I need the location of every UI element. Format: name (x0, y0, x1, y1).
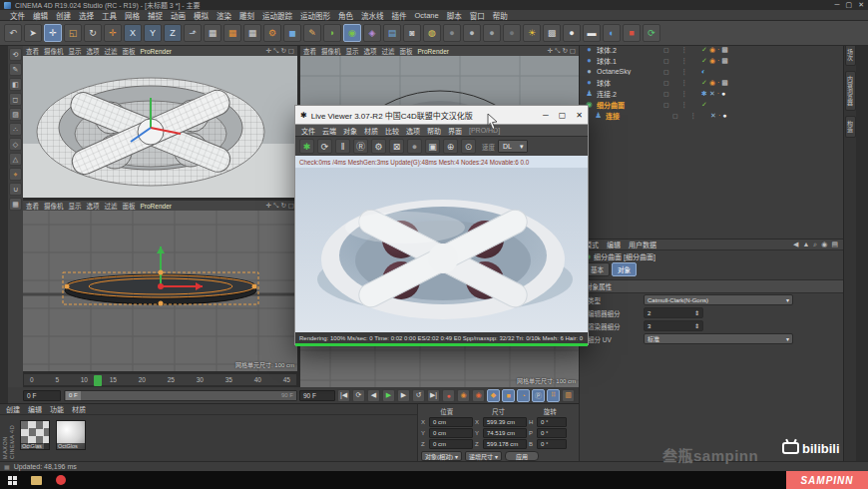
viewport-menu-item[interactable]: 选项 (364, 46, 377, 56)
live-viewer-tool-icon[interactable]: ⊠ (389, 139, 404, 154)
live-viewer-tool-icon[interactable]: ▣ (425, 139, 440, 154)
object-tag-icon[interactable]: · (717, 57, 719, 65)
viewport-menu-item[interactable]: 面板 (123, 46, 136, 56)
viewport-menu-item[interactable]: 查看 (26, 201, 39, 211)
render-mode-dropdown[interactable]: DL ▾ (498, 140, 528, 153)
toolbar-icon[interactable]: ↻ (84, 24, 102, 42)
viewport-menu-item[interactable]: 面板 (400, 46, 413, 56)
transport-button[interactable]: ◔ (517, 389, 530, 402)
object-tag-icon[interactable]: · (718, 112, 720, 120)
material-thumbnail[interactable]: OctGlos (56, 420, 86, 450)
viewport-menu-prorender[interactable]: ProRender (141, 48, 172, 55)
object-tag-icon[interactable]: ◉ (709, 57, 715, 65)
attribute-tool-icon[interactable]: ◀ (793, 241, 798, 248)
visibility-dots-icon[interactable]: ┊ (682, 46, 698, 53)
object-tag-icon[interactable]: ✓ (701, 57, 707, 65)
viewport-menu-item[interactable]: 显示 (69, 201, 82, 211)
menu-item[interactable]: 编辑 (29, 10, 52, 21)
menu-item[interactable]: 窗口 (466, 10, 489, 21)
transport-button[interactable]: ◀ (367, 389, 380, 402)
object-tag-icon[interactable]: ✓ (701, 79, 707, 87)
object-enable-checkbox[interactable]: ▢ (663, 79, 679, 86)
object-tag-icon[interactable]: ✕ (709, 90, 715, 98)
menu-item[interactable]: 渲染 (213, 10, 235, 21)
viewport-nav-icon[interactable]: ▢ (288, 47, 294, 55)
position-input[interactable]: 0 cm (429, 417, 473, 427)
viewport-nav-icon[interactable]: ✛ (548, 47, 553, 55)
viewport-menu-item[interactable]: 查看 (303, 46, 316, 56)
attribute-tool-icon[interactable]: ◉ (821, 241, 827, 248)
transport-button[interactable]: ▶ (397, 389, 410, 402)
toolbar-icon[interactable]: ◈ (363, 24, 381, 42)
toolbar-icon[interactable]: ↶ (4, 24, 22, 42)
viewport-nav-icon[interactable]: ↻ (280, 202, 285, 210)
menu-item[interactable]: 流水线 (357, 10, 388, 21)
live-viewer-menu-item[interactable]: 比较 (385, 126, 399, 136)
viewport-front[interactable]: 查看摄像机显示选项过滤面板 ProRender ✛⤡↻▢ (23, 201, 297, 371)
toolbar-icon[interactable]: ⬏ (184, 24, 202, 42)
viewport-menu-item[interactable]: 显示 (69, 46, 82, 56)
object-name[interactable]: 连接.2 (597, 89, 660, 99)
object-tag-icon[interactable]: ◉ (709, 46, 715, 54)
object-enable-checkbox[interactable]: ▢ (663, 57, 679, 64)
live-viewer-render-area[interactable] (295, 168, 588, 332)
object-enable-checkbox[interactable]: ▢ (672, 112, 688, 119)
menu-item[interactable]: 运动跟踪 (258, 10, 296, 21)
toolbar-icon[interactable]: ✛ (44, 24, 62, 42)
attribute-field-input[interactable]: 标准 ▾ (644, 333, 793, 344)
mode-tool-icon[interactable]: ▦ (9, 198, 22, 211)
live-viewer-titlebar[interactable]: ✱ Live Viewer 3.07-R2 中国C4D联盟中文汉化版 ─▢✕ (295, 106, 588, 124)
viewport-menu-item[interactable]: 查看 (26, 46, 39, 56)
live-viewer-tool-icon[interactable]: ✱ (299, 139, 314, 154)
live-viewer-tool-icon[interactable]: ⊕ (443, 139, 458, 154)
attribute-tool-icon[interactable]: ⌕ (813, 241, 817, 248)
live-viewer-tool-icon[interactable]: ‖ (335, 139, 350, 154)
toolbar-icon[interactable]: ● (503, 24, 521, 42)
viewport-menu-item[interactable]: 摄像机 (321, 46, 341, 56)
window-control-button[interactable]: ✕ (858, 1, 864, 9)
visibility-dots-icon[interactable]: ┊ (682, 57, 698, 64)
toolbar-icon[interactable]: X (124, 24, 142, 42)
toolbar-icon[interactable]: ◐ (603, 24, 621, 42)
object-row[interactable]: ● 球体 ▢ ┊ ✓◉·▩ (580, 77, 843, 88)
size-input[interactable]: 599.39 cm (483, 417, 527, 427)
live-viewer-window-button[interactable]: ─ (543, 111, 549, 120)
transport-button[interactable]: Ⓟ (532, 389, 545, 402)
mode-tool-icon[interactable]: ⟲ (9, 48, 22, 61)
viewport-nav-icon[interactable]: ⤡ (273, 202, 278, 210)
live-viewer-menu-item[interactable]: 选项 (406, 126, 420, 136)
transport-button[interactable]: ● (442, 389, 455, 402)
rotation-input[interactable]: 0 ° (537, 417, 567, 427)
toolbar-icon[interactable]: ▩ (543, 24, 561, 42)
transport-button[interactable]: |◀ (337, 389, 350, 402)
mode-tool-icon[interactable]: ⌖ (9, 168, 22, 181)
object-tag-icon[interactable]: ▩ (721, 57, 728, 65)
toolbar-icon[interactable]: ▦ (243, 24, 261, 42)
object-enable-checkbox[interactable]: ▢ (663, 68, 679, 75)
mode-tool-icon[interactable]: ◻ (9, 93, 22, 106)
transport-button[interactable]: ▥ (562, 389, 575, 402)
material-menu-item[interactable]: 创建 (6, 404, 20, 414)
rotation-input[interactable]: 0 ° (537, 428, 567, 438)
live-viewer-menu-item[interactable]: 界面 (448, 126, 462, 136)
object-row[interactable]: ♟ 连接 ▢ ┊ ✕·● (580, 110, 843, 121)
position-mode-dropdown[interactable]: 对象(相对)▾ (421, 451, 462, 461)
toolbar-icon[interactable]: ◗ (323, 24, 341, 42)
object-tag-icon[interactable]: ◐ (701, 68, 705, 75)
mode-tool-icon[interactable]: ∪ (9, 183, 22, 196)
object-tag-icon[interactable]: · (717, 90, 719, 98)
menu-item[interactable]: 角色 (334, 10, 357, 21)
attribute-field-input[interactable]: 3 ⇕ (644, 320, 703, 331)
vertical-dock-tab[interactable]: 构造 (845, 116, 856, 138)
mode-tool-icon[interactable]: △ (9, 153, 22, 166)
menu-item[interactable]: 工具 (98, 10, 121, 21)
object-tag-icon[interactable]: · (717, 79, 719, 87)
toolbar-icon[interactable]: ● (563, 24, 581, 42)
position-input[interactable]: 0 cm (429, 428, 473, 438)
toolbar-icon[interactable]: ⟳ (643, 24, 660, 42)
object-enable-checkbox[interactable]: ▢ (663, 90, 679, 97)
live-viewer-tool-icon[interactable]: Ⓡ (353, 139, 368, 154)
rotation-input[interactable]: 0 ° (537, 439, 567, 449)
object-tag-icon[interactable]: ✓ (701, 101, 707, 109)
toolbar-icon[interactable]: ◉ (343, 24, 361, 42)
